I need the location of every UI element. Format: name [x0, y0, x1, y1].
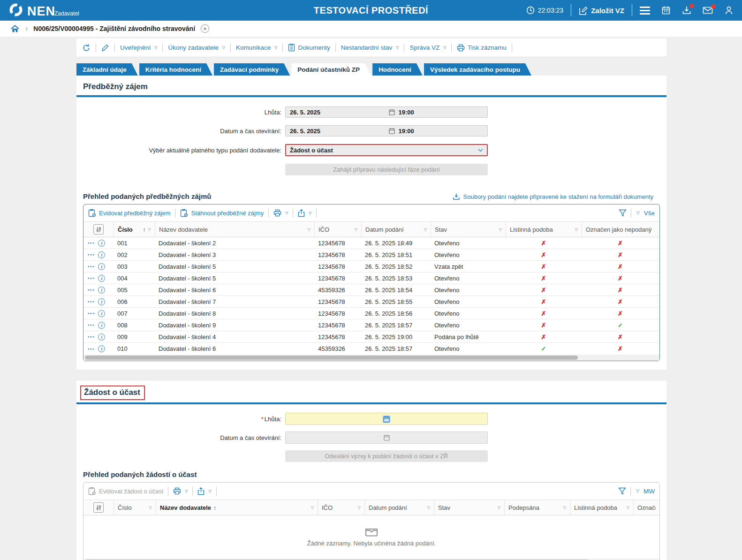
- preset-dropdown-icon[interactable]: ▽: [636, 489, 639, 493]
- info-icon[interactable]: i: [98, 275, 105, 282]
- column-header-nazev[interactable]: Název dodavatele▽: [155, 222, 314, 237]
- filter-preset-label[interactable]: Vše: [644, 210, 655, 217]
- column-filter-icon[interactable]: ▽: [627, 506, 629, 510]
- row-actions-icon[interactable]: ●●●: [88, 335, 95, 338]
- menu-komunikace[interactable]: Komunikace▽: [236, 44, 277, 51]
- column-filter-icon[interactable]: ▽: [427, 506, 430, 510]
- breadcrumb-item[interactable]: N006/25/V00004995 - Zajištění závodního …: [33, 25, 195, 32]
- column-filter-icon[interactable]: ▽: [358, 506, 361, 510]
- info-icon[interactable]: i: [98, 240, 105, 247]
- row-actions-icon[interactable]: ●●●: [88, 253, 95, 256]
- menu-dokumenty[interactable]: Dokumenty: [288, 44, 330, 52]
- column-filter-icon[interactable]: ▽: [499, 227, 502, 232]
- menu-ukony-zadavatele[interactable]: Úkony zadavatele▽: [168, 44, 225, 51]
- table-row[interactable]: ●●● i 009 Dodavatel - školení 4 12345678…: [83, 331, 659, 343]
- column-header-stav[interactable]: Stav▽: [434, 500, 504, 515]
- preset-dropdown-icon[interactable]: ▽: [636, 211, 640, 215]
- row-actions-icon[interactable]: ●●●: [88, 277, 95, 280]
- column-header-datum[interactable]: Datum podání▽: [364, 500, 434, 515]
- print-table-button[interactable]: ▽: [173, 487, 188, 495]
- column-filter-icon[interactable]: ▽: [311, 506, 314, 510]
- submission-type-select[interactable]: Žádost o účast: [285, 144, 488, 156]
- table-row[interactable]: ●●● i 003 Dodavatel - školení 5 12345678…: [83, 261, 659, 272]
- row-actions-icon[interactable]: ●●●: [88, 265, 95, 268]
- home-icon[interactable]: [10, 24, 20, 33]
- calendar-picker-icon[interactable]: [382, 415, 391, 423]
- downloads-icon[interactable]: [682, 6, 691, 15]
- column-header-stav[interactable]: Stav▽: [431, 222, 506, 237]
- column-header-cislo[interactable]: Číslo↑▽: [114, 222, 155, 237]
- table-row[interactable]: ●●● i 008 Dodavatel - školení 9 12345678…: [83, 319, 659, 331]
- table-row[interactable]: ●●● i 004 Dodavatel - školení 5 12345678…: [83, 272, 659, 284]
- info-icon[interactable]: i: [98, 263, 105, 270]
- close-record-icon[interactable]: ✕: [201, 24, 209, 33]
- table-row[interactable]: ●●● i 006 Dodavatel - školení 7 12345678…: [83, 296, 659, 308]
- row-actions-icon[interactable]: ●●●: [88, 348, 95, 350]
- column-header-listinna[interactable]: Listinná podoba▽: [570, 500, 633, 515]
- table-row[interactable]: ●●● i 005 Dodavatel - školení 6 45359326…: [83, 284, 659, 296]
- menu-nestandardni-stav[interactable]: Nestandardní stav▽: [341, 44, 399, 51]
- column-settings-icon[interactable]: [93, 502, 104, 513]
- scrollbar-thumb[interactable]: [85, 356, 578, 360]
- menu-sprava-vz[interactable]: Správa VZ▽: [409, 44, 446, 51]
- info-icon[interactable]: i: [98, 322, 105, 329]
- filter-funnel-icon[interactable]: [619, 209, 627, 217]
- info-icon[interactable]: i: [98, 345, 105, 352]
- row-actions-icon[interactable]: ●●●: [88, 288, 95, 291]
- column-filter-icon[interactable]: ▽: [149, 506, 152, 510]
- row-actions-icon[interactable]: ●●●: [88, 324, 95, 326]
- info-icon[interactable]: i: [98, 251, 105, 258]
- column-filter-icon[interactable]: ▽: [575, 227, 578, 232]
- evidovat-zadost-button[interactable]: Evidovat žádost o účast: [88, 487, 163, 495]
- calendar-icon[interactable]: [661, 6, 671, 15]
- tab-zadavaci-podminky[interactable]: Zadávací podmínky: [214, 63, 290, 76]
- zadost-lhuta-field[interactable]: [285, 413, 488, 425]
- send-vyzva-button[interactable]: Odeslání výzvy k podání žádosti o účast …: [285, 450, 488, 462]
- export-table-button[interactable]: ▽: [197, 487, 211, 495]
- filter-preset-label[interactable]: MW: [644, 488, 655, 495]
- refresh-icon[interactable]: [82, 44, 91, 52]
- open-datetime-field[interactable]: 26. 5. 2025 19:00: [285, 125, 488, 136]
- create-vz-button[interactable]: Založit VZ: [579, 6, 624, 15]
- column-filter-icon[interactable]: ▽: [424, 227, 427, 232]
- files-download-link[interactable]: Soubory podání najdete připravené ke sta…: [453, 193, 653, 200]
- column-header-cislo[interactable]: Číslo▽: [114, 500, 156, 515]
- column-header-listinna[interactable]: Listinná podoba▽: [506, 222, 582, 237]
- column-header-ico[interactable]: IČO▽: [314, 222, 361, 237]
- column-filter-icon[interactable]: ▽: [308, 227, 310, 232]
- tab-hodnoceni[interactable]: Hodnocení: [372, 63, 423, 76]
- column-header-oznacena[interactable]: Označena: [633, 500, 659, 515]
- tab-vysledek-zadavaciho-postupu[interactable]: Výsledek zadávacího postupu: [424, 63, 531, 76]
- info-icon[interactable]: i: [98, 298, 105, 305]
- column-header-nepodany[interactable]: Označen jako nepodaný: [582, 222, 659, 237]
- column-filter-icon[interactable]: ▽: [148, 227, 151, 232]
- export-table-button[interactable]: ▽: [298, 209, 311, 217]
- next-phase-button[interactable]: Zahájit přípravu následující fáze podání: [285, 164, 488, 175]
- edit-record-icon[interactable]: [101, 44, 109, 52]
- horizontal-scrollbar[interactable]: [83, 355, 659, 361]
- nen-logo[interactable]: NENZadavatel: [8, 2, 79, 18]
- lhuta-datetime-field[interactable]: 26. 5. 2025 19:00: [285, 106, 488, 118]
- info-icon[interactable]: i: [98, 310, 105, 317]
- table-row[interactable]: ●●● i 002 Dodavatel - školení 3 12345678…: [83, 249, 659, 261]
- column-settings-icon[interactable]: [93, 224, 104, 235]
- table-row[interactable]: ●●● i 010 Dodavatel - školení 6 45359326…: [83, 343, 659, 355]
- menu-tisk-zaznamu[interactable]: Tisk záznamu: [457, 44, 507, 52]
- info-icon[interactable]: i: [98, 287, 105, 294]
- column-header-podepsana[interactable]: Podepsána▽: [504, 500, 570, 515]
- print-table-button[interactable]: ▽: [273, 209, 288, 217]
- column-header-datum[interactable]: Datum podání▽: [361, 222, 431, 237]
- tab-zakladni-udaje[interactable]: Základní údaje: [76, 63, 138, 76]
- tab-kriteria-hodnoceni[interactable]: Kritéria hodnocení: [139, 63, 212, 76]
- column-filter-icon[interactable]: ▽: [498, 506, 500, 510]
- column-header-ico[interactable]: IČO▽: [318, 500, 364, 515]
- row-actions-icon[interactable]: ●●●: [88, 300, 95, 303]
- row-actions-icon[interactable]: ●●●: [88, 312, 95, 315]
- filter-funnel-icon[interactable]: [618, 487, 626, 495]
- tab-podani-ucastniku-zp[interactable]: Podání účastníků ZP: [291, 63, 371, 76]
- info-icon[interactable]: i: [98, 333, 105, 341]
- column-header-nazev[interactable]: Název dodavatele↑▽: [156, 500, 318, 515]
- table-row[interactable]: ●●● i 001 Dodavatel - školení 2 12345678…: [83, 237, 659, 249]
- menu-icon[interactable]: [640, 7, 650, 15]
- menu-uverejneni[interactable]: Uveřejnění▽: [120, 44, 157, 51]
